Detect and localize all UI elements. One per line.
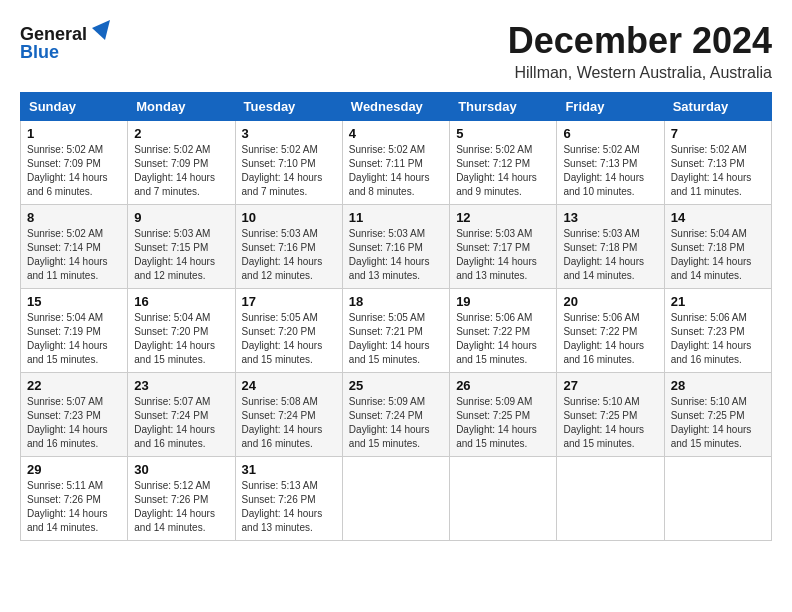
day-info: Sunrise: 5:03 AM Sunset: 7:16 PM Dayligh… [242, 227, 336, 283]
calendar-day-cell: 23Sunrise: 5:07 AM Sunset: 7:24 PM Dayli… [128, 373, 235, 457]
logo: General Blue [20, 20, 110, 65]
calendar-day-cell: 5Sunrise: 5:02 AM Sunset: 7:12 PM Daylig… [450, 121, 557, 205]
calendar-week-row: 15Sunrise: 5:04 AM Sunset: 7:19 PM Dayli… [21, 289, 772, 373]
day-info: Sunrise: 5:13 AM Sunset: 7:26 PM Dayligh… [242, 479, 336, 535]
day-number: 14 [671, 210, 765, 225]
calendar-day-cell: 22Sunrise: 5:07 AM Sunset: 7:23 PM Dayli… [21, 373, 128, 457]
day-info: Sunrise: 5:02 AM Sunset: 7:14 PM Dayligh… [27, 227, 121, 283]
calendar-day-cell: 7Sunrise: 5:02 AM Sunset: 7:13 PM Daylig… [664, 121, 771, 205]
day-number: 29 [27, 462, 121, 477]
day-number: 16 [134, 294, 228, 309]
calendar-day-cell [342, 457, 449, 541]
calendar-header-cell: Sunday [21, 93, 128, 121]
month-title: December 2024 [508, 20, 772, 62]
day-number: 20 [563, 294, 657, 309]
day-number: 8 [27, 210, 121, 225]
calendar-day-cell: 14Sunrise: 5:04 AM Sunset: 7:18 PM Dayli… [664, 205, 771, 289]
calendar-day-cell: 21Sunrise: 5:06 AM Sunset: 7:23 PM Dayli… [664, 289, 771, 373]
day-number: 22 [27, 378, 121, 393]
calendar-day-cell: 27Sunrise: 5:10 AM Sunset: 7:25 PM Dayli… [557, 373, 664, 457]
svg-text:General: General [20, 24, 87, 44]
calendar-header-cell: Wednesday [342, 93, 449, 121]
calendar-day-cell [664, 457, 771, 541]
day-number: 12 [456, 210, 550, 225]
day-info: Sunrise: 5:09 AM Sunset: 7:25 PM Dayligh… [456, 395, 550, 451]
calendar-day-cell: 2Sunrise: 5:02 AM Sunset: 7:09 PM Daylig… [128, 121, 235, 205]
day-number: 11 [349, 210, 443, 225]
calendar-header-cell: Tuesday [235, 93, 342, 121]
day-number: 3 [242, 126, 336, 141]
calendar-day-cell: 26Sunrise: 5:09 AM Sunset: 7:25 PM Dayli… [450, 373, 557, 457]
day-info: Sunrise: 5:02 AM Sunset: 7:09 PM Dayligh… [27, 143, 121, 199]
day-number: 17 [242, 294, 336, 309]
day-info: Sunrise: 5:03 AM Sunset: 7:18 PM Dayligh… [563, 227, 657, 283]
calendar-week-row: 29Sunrise: 5:11 AM Sunset: 7:26 PM Dayli… [21, 457, 772, 541]
day-info: Sunrise: 5:04 AM Sunset: 7:18 PM Dayligh… [671, 227, 765, 283]
day-info: Sunrise: 5:03 AM Sunset: 7:16 PM Dayligh… [349, 227, 443, 283]
calendar-week-row: 1Sunrise: 5:02 AM Sunset: 7:09 PM Daylig… [21, 121, 772, 205]
calendar-day-cell: 31Sunrise: 5:13 AM Sunset: 7:26 PM Dayli… [235, 457, 342, 541]
day-number: 5 [456, 126, 550, 141]
day-info: Sunrise: 5:07 AM Sunset: 7:24 PM Dayligh… [134, 395, 228, 451]
calendar-day-cell [450, 457, 557, 541]
calendar-day-cell: 1Sunrise: 5:02 AM Sunset: 7:09 PM Daylig… [21, 121, 128, 205]
day-info: Sunrise: 5:10 AM Sunset: 7:25 PM Dayligh… [563, 395, 657, 451]
day-info: Sunrise: 5:10 AM Sunset: 7:25 PM Dayligh… [671, 395, 765, 451]
day-info: Sunrise: 5:05 AM Sunset: 7:20 PM Dayligh… [242, 311, 336, 367]
day-info: Sunrise: 5:05 AM Sunset: 7:21 PM Dayligh… [349, 311, 443, 367]
calendar-day-cell: 18Sunrise: 5:05 AM Sunset: 7:21 PM Dayli… [342, 289, 449, 373]
calendar-day-cell: 19Sunrise: 5:06 AM Sunset: 7:22 PM Dayli… [450, 289, 557, 373]
day-number: 15 [27, 294, 121, 309]
calendar-day-cell: 30Sunrise: 5:12 AM Sunset: 7:26 PM Dayli… [128, 457, 235, 541]
calendar-week-row: 22Sunrise: 5:07 AM Sunset: 7:23 PM Dayli… [21, 373, 772, 457]
calendar-header-cell: Thursday [450, 93, 557, 121]
day-info: Sunrise: 5:06 AM Sunset: 7:23 PM Dayligh… [671, 311, 765, 367]
day-info: Sunrise: 5:08 AM Sunset: 7:24 PM Dayligh… [242, 395, 336, 451]
calendar-day-cell: 13Sunrise: 5:03 AM Sunset: 7:18 PM Dayli… [557, 205, 664, 289]
calendar-day-cell: 6Sunrise: 5:02 AM Sunset: 7:13 PM Daylig… [557, 121, 664, 205]
day-info: Sunrise: 5:06 AM Sunset: 7:22 PM Dayligh… [456, 311, 550, 367]
calendar-day-cell: 12Sunrise: 5:03 AM Sunset: 7:17 PM Dayli… [450, 205, 557, 289]
day-info: Sunrise: 5:04 AM Sunset: 7:19 PM Dayligh… [27, 311, 121, 367]
calendar-header-cell: Friday [557, 93, 664, 121]
day-number: 21 [671, 294, 765, 309]
calendar-week-row: 8Sunrise: 5:02 AM Sunset: 7:14 PM Daylig… [21, 205, 772, 289]
day-info: Sunrise: 5:09 AM Sunset: 7:24 PM Dayligh… [349, 395, 443, 451]
calendar-day-cell: 8Sunrise: 5:02 AM Sunset: 7:14 PM Daylig… [21, 205, 128, 289]
day-info: Sunrise: 5:03 AM Sunset: 7:17 PM Dayligh… [456, 227, 550, 283]
calendar-day-cell: 25Sunrise: 5:09 AM Sunset: 7:24 PM Dayli… [342, 373, 449, 457]
day-info: Sunrise: 5:06 AM Sunset: 7:22 PM Dayligh… [563, 311, 657, 367]
calendar-day-cell: 17Sunrise: 5:05 AM Sunset: 7:20 PM Dayli… [235, 289, 342, 373]
day-number: 30 [134, 462, 228, 477]
day-info: Sunrise: 5:07 AM Sunset: 7:23 PM Dayligh… [27, 395, 121, 451]
day-number: 9 [134, 210, 228, 225]
calendar-day-cell: 4Sunrise: 5:02 AM Sunset: 7:11 PM Daylig… [342, 121, 449, 205]
calendar-day-cell: 11Sunrise: 5:03 AM Sunset: 7:16 PM Dayli… [342, 205, 449, 289]
day-info: Sunrise: 5:02 AM Sunset: 7:09 PM Dayligh… [134, 143, 228, 199]
svg-marker-2 [92, 20, 110, 40]
calendar-day-cell: 24Sunrise: 5:08 AM Sunset: 7:24 PM Dayli… [235, 373, 342, 457]
day-number: 28 [671, 378, 765, 393]
day-info: Sunrise: 5:02 AM Sunset: 7:10 PM Dayligh… [242, 143, 336, 199]
day-number: 24 [242, 378, 336, 393]
calendar-day-cell: 10Sunrise: 5:03 AM Sunset: 7:16 PM Dayli… [235, 205, 342, 289]
calendar-day-cell: 16Sunrise: 5:04 AM Sunset: 7:20 PM Dayli… [128, 289, 235, 373]
calendar-day-cell: 29Sunrise: 5:11 AM Sunset: 7:26 PM Dayli… [21, 457, 128, 541]
calendar-day-cell: 20Sunrise: 5:06 AM Sunset: 7:22 PM Dayli… [557, 289, 664, 373]
svg-text:Blue: Blue [20, 42, 59, 62]
day-info: Sunrise: 5:02 AM Sunset: 7:11 PM Dayligh… [349, 143, 443, 199]
day-number: 23 [134, 378, 228, 393]
day-number: 1 [27, 126, 121, 141]
calendar-day-cell: 3Sunrise: 5:02 AM Sunset: 7:10 PM Daylig… [235, 121, 342, 205]
day-info: Sunrise: 5:03 AM Sunset: 7:15 PM Dayligh… [134, 227, 228, 283]
logo-svg: General Blue [20, 20, 110, 65]
day-number: 13 [563, 210, 657, 225]
day-number: 26 [456, 378, 550, 393]
calendar-header-row: SundayMondayTuesdayWednesdayThursdayFrid… [21, 93, 772, 121]
day-info: Sunrise: 5:12 AM Sunset: 7:26 PM Dayligh… [134, 479, 228, 535]
day-info: Sunrise: 5:04 AM Sunset: 7:20 PM Dayligh… [134, 311, 228, 367]
calendar-header-cell: Saturday [664, 93, 771, 121]
calendar-day-cell [557, 457, 664, 541]
day-number: 7 [671, 126, 765, 141]
day-info: Sunrise: 5:02 AM Sunset: 7:12 PM Dayligh… [456, 143, 550, 199]
